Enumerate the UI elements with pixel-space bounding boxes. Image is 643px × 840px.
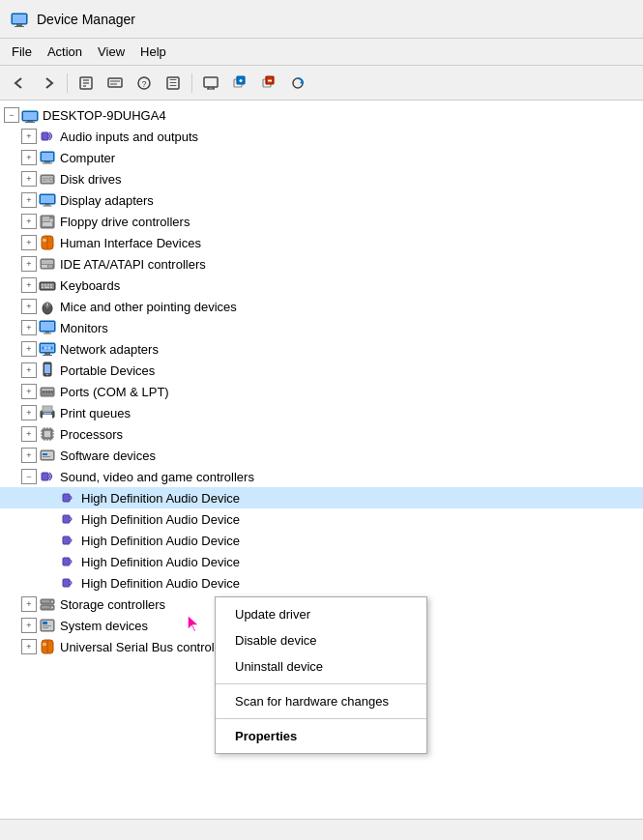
root-label: DESKTOP-9DUHGA4 bbox=[43, 108, 166, 123]
tree-item-sound-1[interactable]: High Definition Audio Device bbox=[0, 487, 643, 508]
system-expand-btn[interactable]: + bbox=[21, 618, 37, 633]
svg-rect-63 bbox=[50, 284, 52, 286]
tree-item-floppy[interactable]: + Floppy drive controllers bbox=[0, 211, 643, 232]
disk-icon bbox=[39, 170, 56, 188]
tree-item-network[interactable]: + Network adapters bbox=[0, 338, 643, 360]
cm-uninstall-device[interactable]: Uninstall device bbox=[216, 653, 426, 680]
display-expand-btn[interactable]: + bbox=[21, 192, 37, 208]
forward-button[interactable] bbox=[35, 71, 62, 96]
svg-rect-1 bbox=[16, 24, 22, 26]
add-device-button[interactable] bbox=[226, 71, 253, 96]
help-button[interactable]: ? bbox=[131, 71, 158, 96]
svg-rect-34 bbox=[42, 153, 53, 160]
tree-item-ports[interactable]: + Ports (COM & LPT) bbox=[0, 381, 643, 402]
print-icon bbox=[39, 404, 56, 421]
monitors-expand-btn[interactable]: + bbox=[21, 320, 37, 335]
update-driver-button[interactable] bbox=[102, 71, 129, 96]
title-bar: Device Manager bbox=[0, 0, 643, 39]
status-bar bbox=[0, 819, 643, 840]
tree-item-sound-4[interactable]: High Definition Audio Device bbox=[0, 551, 643, 572]
menu-file[interactable]: File bbox=[4, 42, 40, 62]
svg-rect-120 bbox=[63, 579, 70, 587]
svg-rect-32 bbox=[42, 132, 48, 140]
floppy-label: Floppy drive controllers bbox=[60, 215, 190, 229]
tree-item-monitors[interactable]: + Monitors bbox=[0, 317, 643, 338]
disk-expand-btn[interactable]: + bbox=[21, 171, 37, 187]
tree-item-disk[interactable]: + Disk drives bbox=[0, 168, 643, 189]
svg-rect-129 bbox=[43, 622, 47, 624]
tree-item-hid[interactable]: + Human Interface Devices bbox=[0, 232, 643, 253]
keyboards-expand-btn[interactable]: + bbox=[21, 277, 37, 293]
processors-expand-btn[interactable]: + bbox=[21, 426, 37, 442]
show-hidden-button[interactable]: ☰ bbox=[160, 71, 187, 96]
cm-update-driver[interactable]: Update driver bbox=[216, 601, 426, 627]
tree-item-software[interactable]: + Software devices bbox=[0, 445, 643, 466]
svg-rect-35 bbox=[44, 161, 50, 163]
toolbar-separator-1 bbox=[67, 73, 68, 93]
svg-rect-3 bbox=[13, 14, 26, 23]
universal-expand-btn[interactable]: + bbox=[21, 639, 37, 654]
tree-item-computer[interactable]: + Computer bbox=[0, 147, 643, 168]
sound-5-expand-btn bbox=[43, 575, 58, 591]
scan-button[interactable] bbox=[284, 71, 311, 96]
floppy-expand-btn[interactable]: + bbox=[21, 214, 37, 229]
tree-item-ide[interactable]: + IDE ATA/ATAPI controllers bbox=[0, 253, 643, 275]
portable-expand-btn[interactable]: + bbox=[21, 362, 37, 378]
ports-expand-btn[interactable]: + bbox=[21, 384, 37, 399]
hid-expand-btn[interactable]: + bbox=[21, 235, 37, 250]
sound-2-expand-btn bbox=[43, 511, 58, 527]
portable-label: Portable Devices bbox=[60, 363, 155, 378]
sound-icon bbox=[39, 468, 56, 485]
cm-scan-hardware[interactable]: Scan for hardware changes bbox=[216, 688, 426, 714]
tree-item-sound-3[interactable]: High Definition Audio Device bbox=[0, 530, 643, 551]
svg-rect-130 bbox=[43, 625, 51, 626]
sound-expand-btn[interactable]: − bbox=[21, 469, 37, 484]
svg-point-50 bbox=[49, 218, 53, 222]
computer-expand-btn[interactable]: + bbox=[21, 150, 37, 165]
audio-label: Audio inputs and outputs bbox=[60, 130, 198, 144]
tree-item-audio[interactable]: + Audio inputs and outputs bbox=[0, 126, 643, 147]
svg-rect-74 bbox=[44, 333, 51, 334]
tree-item-processors[interactable]: + Processors bbox=[0, 423, 643, 445]
root-expand-btn[interactable]: − bbox=[4, 107, 19, 123]
cm-properties[interactable]: Properties bbox=[216, 723, 426, 749]
tree-item-keyboards[interactable]: + Keyboards bbox=[0, 275, 643, 296]
sound-2-label: High Definition Audio Device bbox=[81, 512, 240, 527]
ide-expand-btn[interactable]: + bbox=[21, 256, 37, 272]
sound-2-icon bbox=[60, 510, 77, 528]
menu-view[interactable]: View bbox=[90, 42, 132, 62]
storage-expand-btn[interactable]: + bbox=[21, 596, 37, 612]
tree-item-sound-2[interactable]: High Definition Audio Device bbox=[0, 508, 643, 530]
cm-disable-device[interactable]: Disable device bbox=[216, 627, 426, 653]
back-button[interactable] bbox=[6, 71, 33, 96]
ports-icon bbox=[39, 383, 56, 400]
network-expand-btn[interactable]: + bbox=[21, 341, 37, 357]
audio-expand-btn[interactable]: + bbox=[21, 129, 37, 144]
svg-rect-8 bbox=[108, 78, 122, 87]
tree-root[interactable]: − DESKTOP-9DUHGA4 bbox=[0, 104, 643, 126]
menu-action[interactable]: Action bbox=[40, 42, 90, 62]
tree-item-print[interactable]: + Print queues bbox=[0, 402, 643, 423]
svg-rect-29 bbox=[23, 112, 37, 120]
mice-expand-btn[interactable]: + bbox=[21, 299, 37, 314]
sound-4-label: High Definition Audio Device bbox=[81, 555, 240, 569]
svg-rect-77 bbox=[44, 353, 50, 355]
menu-help[interactable]: Help bbox=[132, 42, 174, 62]
svg-rect-41 bbox=[43, 178, 49, 179]
tree-item-portable[interactable]: + Portable Devices bbox=[0, 360, 643, 381]
display-button[interactable] bbox=[197, 71, 224, 96]
sound-1-expand-btn bbox=[43, 490, 58, 506]
tree-item-sound[interactable]: − Sound, video and game controllers bbox=[0, 466, 643, 487]
print-expand-btn[interactable]: + bbox=[21, 405, 37, 420]
svg-rect-131 bbox=[43, 627, 48, 628]
monitors-icon bbox=[39, 319, 56, 336]
software-expand-btn[interactable]: + bbox=[21, 448, 37, 463]
properties-button[interactable] bbox=[73, 71, 100, 96]
remove-device-button[interactable] bbox=[255, 71, 282, 96]
ide-icon bbox=[39, 255, 56, 273]
tree-item-mice[interactable]: + Mice and other pointing devices bbox=[0, 296, 643, 317]
tree-item-display[interactable]: + Display adapters bbox=[0, 189, 643, 211]
tree-item-sound-5[interactable]: High Definition Audio Device bbox=[0, 572, 643, 594]
mice-label: Mice and other pointing devices bbox=[60, 300, 237, 314]
ide-label: IDE ATA/ATAPI controllers bbox=[60, 257, 206, 272]
